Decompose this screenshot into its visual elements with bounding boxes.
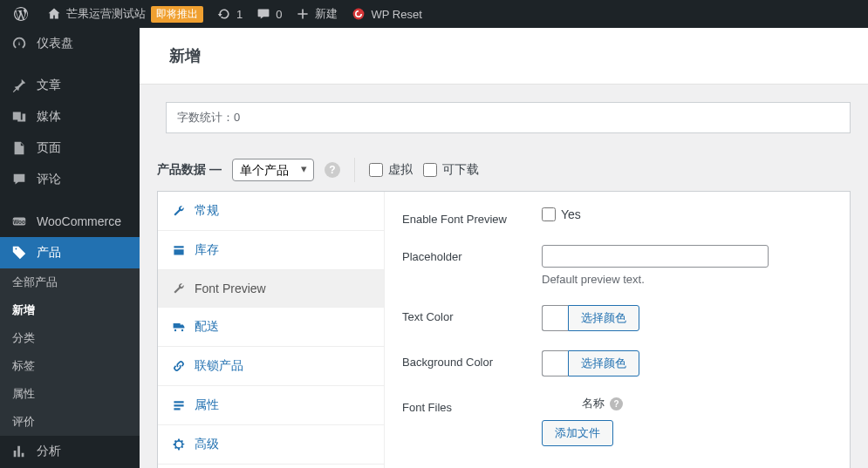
updates-link[interactable]: 1 [210, 0, 249, 28]
wp-logo[interactable] [7, 0, 40, 28]
reset-icon [352, 7, 366, 21]
comment-icon [256, 7, 270, 21]
admin-toolbar: 芒果运营测试站即将推出 1 0 新建 WP Reset [0, 0, 868, 28]
new-content-link[interactable]: 新建 [289, 0, 345, 28]
coming-soon-badge: 即将推出 [151, 6, 203, 23]
comments-link[interactable]: 0 [249, 0, 289, 28]
updates-count: 1 [236, 8, 243, 21]
comments-count: 0 [276, 8, 282, 21]
wp-reset-label: WP Reset [371, 8, 421, 21]
plus-icon [296, 7, 310, 21]
home-icon [47, 7, 61, 21]
update-icon [217, 7, 231, 21]
svg-point-0 [353, 9, 365, 20]
new-label: 新建 [315, 6, 338, 22]
wp-reset-link[interactable]: WP Reset [345, 0, 428, 28]
site-name-link[interactable]: 芒果运营测试站即将推出 [40, 0, 210, 28]
wordpress-icon [14, 7, 28, 21]
site-name: 芒果运营测试站 [66, 6, 146, 22]
